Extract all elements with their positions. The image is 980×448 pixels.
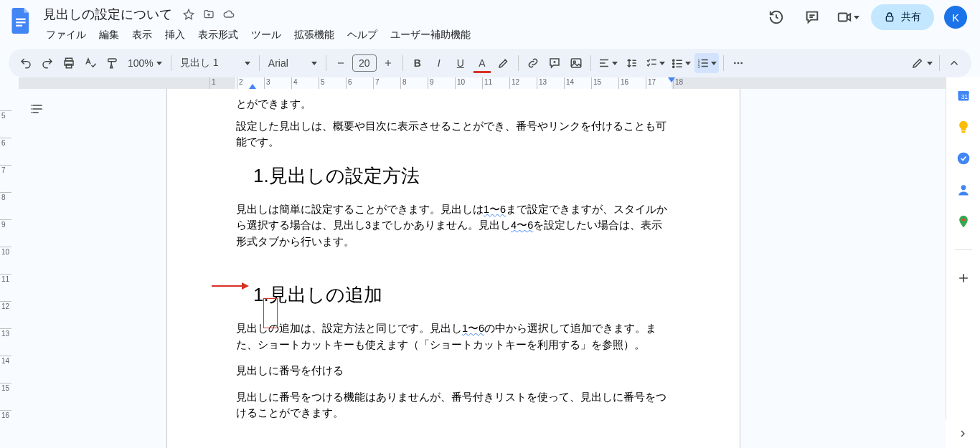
account-avatar[interactable]: K: [944, 6, 967, 29]
italic-button[interactable]: I: [429, 53, 449, 73]
svg-point-28: [961, 218, 964, 221]
svg-rect-4: [886, 16, 892, 22]
svg-text:31: 31: [961, 93, 968, 100]
menu-item[interactable]: ユーザー補助機能: [385, 26, 476, 44]
svg-text:3: 3: [697, 65, 699, 69]
svg-point-17: [737, 62, 739, 65]
history-icon[interactable]: [763, 4, 789, 30]
add-addon-icon[interactable]: [956, 270, 971, 286]
cloud-status-icon[interactable]: [222, 8, 235, 21]
spellcheck-button[interactable]: [80, 53, 100, 73]
vertical-ruler[interactable]: 5678910111213141516: [0, 89, 11, 448]
menu-item[interactable]: 表示: [126, 26, 158, 44]
menu-item[interactable]: 挿入: [159, 26, 191, 44]
svg-rect-2: [16, 25, 22, 27]
svg-point-27: [961, 185, 966, 190]
zoom-dropdown[interactable]: 100%: [123, 57, 166, 69]
style-value: 見出し 1: [180, 57, 219, 70]
checklist-button[interactable]: [643, 53, 667, 73]
body-text: 見出しに番号をつける機能はありませんが、番号付きリストを使って、見出しに番号をつ…: [236, 389, 671, 421]
insert-image-button[interactable]: [566, 53, 586, 73]
document-title[interactable]: 見出しの設定について: [40, 4, 175, 24]
undo-button[interactable]: [16, 53, 36, 73]
insert-link-button[interactable]: [523, 53, 543, 73]
keep-icon[interactable]: [956, 119, 971, 135]
titlebar: 見出しの設定について ファイル編集表示挿入表示形式ツール拡張機能ヘルプユーザー補…: [0, 0, 980, 44]
bulleted-list-button[interactable]: [669, 53, 693, 73]
horizontal-ruler[interactable]: 123456789101112131415161718: [19, 77, 946, 89]
svg-rect-8: [571, 59, 581, 67]
menu-item[interactable]: ヘルプ: [341, 26, 383, 44]
calendar-icon[interactable]: 31: [956, 87, 971, 103]
editing-mode-button[interactable]: [909, 53, 935, 73]
svg-point-11: [672, 63, 674, 65]
contacts-icon[interactable]: [956, 182, 971, 198]
document-page[interactable]: とができます。 設定した見出しは、概要や目次に表示させることができ、番号やリンク…: [166, 89, 740, 448]
insert-comment-button[interactable]: [545, 53, 565, 73]
svg-point-10: [672, 59, 674, 61]
share-label: 共有: [901, 11, 921, 24]
paragraph-style-dropdown[interactable]: 見出し 1: [176, 57, 255, 70]
numbered-list-button[interactable]: 123: [694, 53, 719, 73]
font-size-input[interactable]: 20: [352, 54, 377, 72]
body-text: 見出しの追加は、設定方法と同じです。見出し1〜6の中から選択して追加できます。ま…: [236, 320, 671, 353]
move-icon[interactable]: [202, 8, 215, 21]
side-panel: 31: [946, 77, 980, 448]
highlight-button[interactable]: [494, 53, 514, 73]
toolbar: 100% 見出し 1 Arial 20 B I U A 123: [9, 49, 971, 77]
docs-logo[interactable]: [9, 4, 34, 37]
body-text: 見出しは簡単に設定することができます。見出しは1〜6まで設定できますが、スタイル…: [236, 201, 671, 249]
font-value: Arial: [268, 57, 288, 69]
menu-bar: ファイル編集表示挿入表示形式ツール拡張機能ヘルプユーザー補助機能: [40, 26, 758, 44]
menu-item[interactable]: 拡張機能: [288, 26, 340, 44]
svg-point-16: [734, 62, 736, 65]
line-spacing-button[interactable]: [621, 53, 641, 73]
collapse-toolbar-button[interactable]: [944, 53, 964, 73]
print-button[interactable]: [59, 53, 79, 73]
hide-side-panel-button[interactable]: [946, 419, 980, 448]
svg-point-26: [957, 153, 969, 165]
svg-rect-3: [839, 14, 847, 22]
menu-item[interactable]: ファイル: [40, 26, 92, 44]
comments-icon[interactable]: [799, 4, 825, 30]
underline-button[interactable]: U: [451, 53, 471, 73]
menu-item[interactable]: ツール: [245, 26, 287, 44]
heading-1: 1.見出しの追加: [236, 282, 671, 308]
outline-toggle-button[interactable]: [27, 99, 47, 119]
share-button[interactable]: 共有: [871, 4, 934, 30]
svg-rect-0: [16, 19, 26, 20]
svg-point-19: [31, 105, 32, 106]
body-text: 見出しに番号を付ける: [236, 363, 671, 378]
paint-format-button[interactable]: [102, 53, 122, 73]
font-dropdown[interactable]: Arial: [264, 57, 321, 69]
body-text: 設定した見出しは、概要や目次に表示させることができ、番号やリンクを付けることも可…: [236, 118, 671, 151]
bold-button[interactable]: B: [407, 53, 428, 73]
svg-point-18: [740, 62, 743, 65]
star-icon[interactable]: [182, 8, 195, 21]
svg-rect-25: [961, 131, 965, 133]
tasks-icon[interactable]: [956, 151, 971, 166]
more-button[interactable]: [728, 53, 748, 73]
menu-item[interactable]: 表示形式: [192, 26, 244, 44]
body-text: とができます。: [236, 97, 671, 111]
maps-icon[interactable]: [956, 214, 971, 229]
svg-rect-1: [16, 22, 26, 23]
align-dropdown[interactable]: [595, 53, 620, 73]
svg-point-21: [31, 112, 32, 113]
heading-1: 1.見出しの設定方法: [236, 163, 671, 189]
redo-button[interactable]: [37, 53, 57, 73]
zoom-value: 100%: [128, 57, 154, 69]
meet-button[interactable]: [835, 4, 861, 30]
annotation-arrow: [212, 282, 249, 290]
text-color-button[interactable]: A: [472, 53, 492, 73]
svg-point-12: [672, 66, 674, 67]
decrease-font-button[interactable]: [331, 53, 351, 73]
menu-item[interactable]: 編集: [93, 26, 125, 44]
increase-font-button[interactable]: [378, 53, 398, 73]
svg-point-20: [31, 108, 32, 110]
